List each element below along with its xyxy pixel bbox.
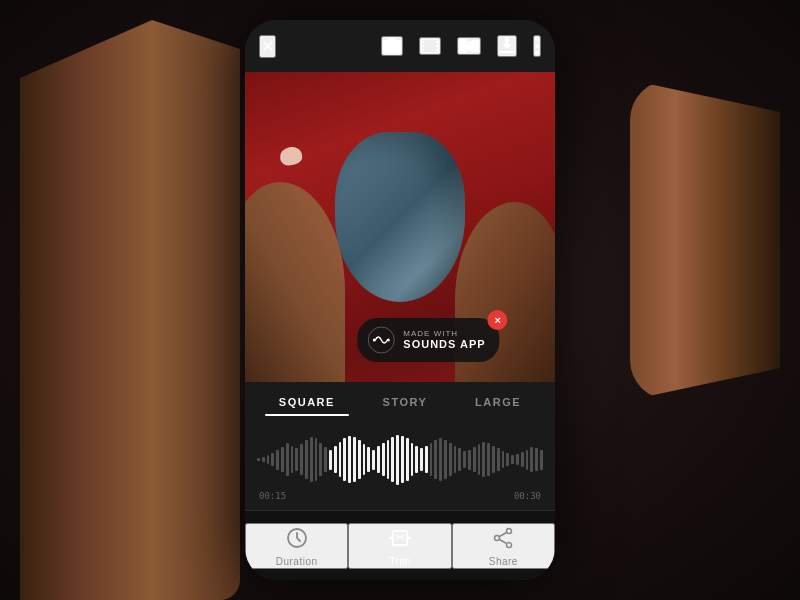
trim-button[interactable]: Trim (348, 523, 451, 569)
watermark-text: MADE WITH SOUNDS APP (403, 330, 485, 351)
download-icon (499, 37, 515, 55)
svg-point-22 (507, 542, 512, 547)
waveform[interactable] (257, 432, 543, 487)
watermark-logo (367, 326, 395, 354)
share-icon (490, 525, 516, 551)
waveform-bar-35 (425, 446, 428, 474)
watermark-badge: MADE WITH SOUNDS APP × (357, 318, 499, 362)
waveform-bar-26 (382, 443, 385, 476)
phone-device: ✕ (245, 20, 555, 580)
more-icon (535, 37, 539, 55)
waveform-bar-13 (319, 443, 322, 476)
svg-rect-6 (436, 49, 439, 51)
tab-bar: SQUARE STORY LARGE (245, 382, 555, 422)
waveform-bar-23 (367, 447, 370, 471)
svg-point-15 (373, 339, 376, 342)
main-scene: ✕ (0, 0, 800, 600)
waveform-bar-41 (454, 446, 457, 474)
duration-button[interactable]: Duration (245, 523, 348, 569)
waveform-bar-30 (401, 436, 404, 483)
close-button[interactable]: ✕ (259, 35, 276, 58)
film-button[interactable] (419, 37, 441, 55)
waveform-bar-32 (411, 443, 414, 476)
share-label: Share (489, 556, 518, 567)
waveform-bar-36 (430, 443, 433, 476)
close-icon: ✕ (261, 37, 274, 56)
waveform-bar-59 (540, 450, 543, 470)
waveform-bar-17 (339, 442, 342, 478)
svg-rect-3 (421, 49, 424, 51)
waveform-bar-40 (449, 443, 452, 476)
waveform-bar-57 (530, 447, 533, 471)
waveform-bar-5 (281, 447, 284, 471)
waveform-bar-45 (473, 447, 476, 471)
svg-rect-2 (421, 45, 424, 47)
svg-rect-9 (471, 40, 479, 52)
bottom-toolbar: Duration Trim (245, 510, 555, 580)
waveform-bar-18 (343, 438, 346, 480)
waveform-bar-0 (257, 458, 260, 461)
waveform-bar-53 (511, 455, 514, 464)
waveform-bar-49 (492, 446, 495, 474)
waveform-bar-50 (497, 448, 500, 470)
svg-point-12 (535, 44, 539, 48)
tab-story[interactable]: STORY (369, 388, 442, 416)
more-button[interactable] (533, 35, 541, 57)
phone-screen: ✕ (245, 20, 555, 580)
waveform-bar-6 (286, 443, 289, 476)
waveform-bar-19 (348, 436, 351, 483)
share-svg (492, 527, 514, 549)
svg-rect-18 (393, 531, 407, 545)
svg-point-16 (387, 339, 390, 342)
waveform-bar-52 (506, 453, 509, 466)
waveform-bar-3 (271, 453, 274, 466)
top-bar-left: ✕ (259, 35, 276, 58)
waveform-bar-16 (334, 446, 337, 474)
watermark-close-icon: × (494, 314, 500, 326)
waveform-bar-31 (406, 438, 409, 480)
svg-rect-1 (421, 41, 424, 43)
layout-button[interactable] (457, 37, 481, 55)
right-hand (630, 80, 780, 400)
waveform-bar-28 (391, 437, 394, 481)
waveform-bar-12 (315, 438, 318, 480)
waveform-bar-37 (434, 440, 437, 479)
tab-square[interactable]: SQUARE (265, 388, 349, 416)
waveform-bar-43 (463, 451, 466, 468)
waveform-bar-58 (535, 448, 538, 470)
waveform-bar-39 (444, 440, 447, 479)
camera-button[interactable] (381, 36, 403, 56)
waveform-bar-2 (267, 455, 270, 464)
trim-icon (387, 525, 413, 551)
image-area: MADE WITH SOUNDS APP × (245, 72, 555, 382)
waveform-bar-4 (276, 450, 279, 470)
waveform-bar-22 (363, 444, 366, 475)
waveform-bar-47 (482, 442, 485, 478)
waveform-bar-24 (372, 450, 375, 470)
camera-icon (383, 38, 401, 54)
trim-label: Trim (389, 556, 411, 567)
layout-icon (459, 39, 479, 53)
tab-large[interactable]: LARGE (461, 388, 535, 416)
download-button[interactable] (497, 35, 517, 57)
svg-point-13 (535, 51, 539, 55)
waveform-area[interactable]: 00:15 00:30 (245, 422, 555, 512)
svg-point-21 (507, 528, 512, 533)
fabric-shape (335, 132, 465, 302)
app-name-label: SOUNDS APP (403, 338, 485, 350)
clock-icon (284, 525, 310, 551)
svg-line-25 (500, 539, 507, 543)
trim-svg (389, 527, 411, 549)
waveform-bar-54 (516, 454, 519, 465)
waveform-start-time: 00:15 (259, 491, 286, 501)
svg-line-24 (500, 532, 507, 536)
waveform-bar-42 (458, 448, 461, 470)
waveform-bar-33 (415, 446, 418, 474)
left-hand (20, 20, 240, 600)
waveform-bar-44 (468, 450, 471, 470)
made-with-label: MADE WITH (403, 330, 485, 339)
share-button[interactable]: Share (452, 523, 555, 569)
waveform-bar-29 (396, 435, 399, 485)
waveform-bar-46 (478, 444, 481, 475)
waveform-bar-27 (387, 440, 390, 479)
